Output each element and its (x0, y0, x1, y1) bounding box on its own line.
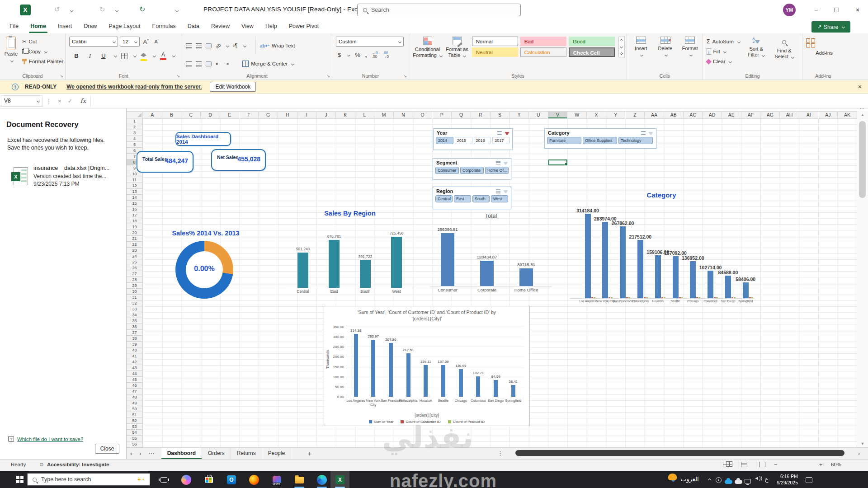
chart-category_city[interactable]: Category314184.00Los Angeles283974.00New… (564, 193, 759, 305)
addins-button[interactable]: Add-ins (806, 37, 842, 56)
column-header-R[interactable]: R (471, 111, 491, 118)
row-header-35[interactable]: 35 (127, 318, 143, 324)
menu-tab-draw[interactable]: Draw (78, 20, 103, 33)
row-header-55[interactable]: 55 (127, 436, 143, 441)
slicer-segment[interactable]: SegmentConsumerCorporateHome Of... (433, 158, 511, 180)
row-header-41[interactable]: 41 (127, 353, 143, 359)
slicer-item-2016[interactable]: 2016 (474, 137, 491, 144)
zoom-in-icon[interactable]: + (819, 461, 823, 468)
column-header-I[interactable]: I (297, 111, 317, 118)
city-pivot-chart[interactable]: 'Sum of Year', 'Count of Customer ID' an… (324, 306, 530, 426)
column-header-V[interactable]: V (548, 111, 568, 118)
column-header-M[interactable]: M (374, 111, 394, 118)
column-header-X[interactable]: X (587, 111, 606, 118)
accounting-format-icon[interactable]: $ (338, 52, 341, 58)
column-header-N[interactable]: N (394, 111, 413, 118)
row-header-27[interactable]: 27 (127, 271, 143, 277)
increase-indent-icon[interactable]: ⇥ (224, 61, 229, 67)
column-header-Z[interactable]: Z (626, 111, 645, 118)
row-header-1[interactable]: 1 (127, 118, 143, 124)
align-left-icon[interactable] (186, 61, 192, 66)
row-header-33[interactable]: 33 (127, 306, 143, 312)
row-header-46[interactable]: 46 (127, 383, 143, 389)
volume-icon[interactable]: ◄)) (754, 475, 762, 481)
select-all-corner[interactable] (127, 111, 143, 118)
quick-access-customize-icon[interactable] (175, 9, 179, 12)
zoom-out-icon[interactable]: − (774, 461, 778, 468)
dismiss-banner-icon[interactable]: × (858, 83, 862, 90)
edge-icon[interactable] (316, 474, 328, 486)
align-middle-icon[interactable] (196, 43, 202, 48)
paste-button[interactable]: Paste (4, 37, 19, 66)
vertical-scroll-thumb[interactable] (859, 121, 866, 198)
menu-tab-page-layout[interactable]: Page Layout (103, 20, 146, 33)
avatar[interactable]: YM (783, 4, 796, 16)
row-header-31[interactable]: 31 (127, 295, 143, 300)
row-header-45[interactable]: 45 (127, 377, 143, 383)
decrease-indent-icon[interactable]: ⇤ (216, 61, 220, 67)
next-sheet-icon[interactable]: › (136, 450, 145, 457)
multi-select-icon[interactable] (641, 131, 646, 135)
row-header-24[interactable]: 24 (127, 253, 143, 259)
text-direction-icon[interactable]: ›¶ (233, 42, 237, 49)
copy-button[interactable]: Copy (22, 47, 63, 56)
row-header-47[interactable]: 47 (127, 389, 143, 394)
row-header-50[interactable]: 50 (127, 406, 143, 412)
prev-sheet-icon[interactable]: ‹ (127, 450, 136, 457)
slicer-year[interactable]: Year2014201520162017 (433, 128, 513, 150)
clock[interactable]: 6:16 PM9/29/2025 (771, 473, 798, 486)
menu-tab-view[interactable]: View (236, 20, 259, 33)
bold-button[interactable]: B (72, 52, 81, 59)
column-header-Q[interactable]: Q (452, 111, 471, 118)
column-header-AK[interactable]: AK (838, 111, 857, 118)
column-header-AJ[interactable]: AJ (819, 111, 838, 118)
slicer-item-corporate[interactable]: Corporate (460, 167, 484, 174)
row-header-53[interactable]: 53 (127, 424, 143, 430)
notification-center-icon[interactable] (806, 477, 812, 485)
column-header-E[interactable]: E (220, 111, 240, 118)
format-cells-button[interactable]: Format (679, 37, 701, 57)
hscroll-right-icon[interactable]: › (854, 450, 863, 457)
percent-style-icon[interactable]: % (355, 52, 360, 58)
row-header-11[interactable]: 11 (127, 177, 143, 183)
minimize-button[interactable]: − (806, 0, 826, 20)
row-header-43[interactable]: 43 (127, 365, 143, 371)
cell-style-neutral[interactable]: Neutral (472, 47, 518, 57)
prayer-widget-icon[interactable] (668, 474, 677, 482)
search-box[interactable]: Search (357, 4, 521, 16)
merge-center-button[interactable]: Merge & Center (242, 59, 294, 69)
wrap-text-button[interactable]: ab↩Wrap Text (260, 41, 295, 51)
row-header-42[interactable]: 42 (127, 359, 143, 365)
find-select-button[interactable]: Find & Select (773, 37, 796, 66)
chart-segment_total[interactable]: Total266096.81Consumer128434.87Corporate… (427, 214, 555, 291)
new-sheet-button[interactable]: + (304, 450, 315, 457)
underline-button[interactable]: U (99, 52, 108, 59)
readonly-message-link[interactable]: We opened this workbook read-only from t… (66, 84, 202, 90)
sheet-tab-people[interactable]: People (262, 448, 291, 460)
format-painter-button[interactable]: Format Painter (22, 56, 63, 66)
column-header-AD[interactable]: AD (703, 111, 722, 118)
align-center-icon[interactable] (196, 61, 202, 66)
screen-record-icon[interactable] (716, 477, 722, 485)
horizontal-scroll-thumb[interactable] (515, 450, 844, 456)
row-header-49[interactable]: 49 (127, 400, 143, 406)
font-color-button[interactable]: A (160, 52, 166, 60)
column-header-AB[interactable]: AB (664, 111, 684, 118)
row-header-30[interactable]: 30 (127, 289, 143, 295)
multi-select-icon[interactable] (497, 131, 502, 135)
row-header-56[interactable]: 56 (127, 441, 143, 447)
column-header-B[interactable]: B (162, 111, 182, 118)
slicer-item-east[interactable]: East (454, 195, 471, 202)
column-header-J[interactable]: J (316, 111, 336, 118)
format-as-table-button[interactable]: Format as Table (445, 37, 469, 58)
column-header-D[interactable]: D (201, 111, 220, 118)
clear-button[interactable]: Clear (707, 56, 740, 66)
cell-style-check-cell[interactable]: Check Cell (569, 47, 615, 57)
row-header-34[interactable]: 34 (127, 312, 143, 318)
row-header-25[interactable]: 25 (127, 259, 143, 265)
slicer-item-technology[interactable]: Technology (618, 137, 653, 144)
conditional-formatting-button[interactable]: Conditional Formatting (413, 37, 442, 58)
menu-tab-power-pivot[interactable]: Power Pivot (283, 20, 325, 33)
row-header-40[interactable]: 40 (127, 347, 143, 353)
clear-filter-icon[interactable] (505, 132, 509, 135)
